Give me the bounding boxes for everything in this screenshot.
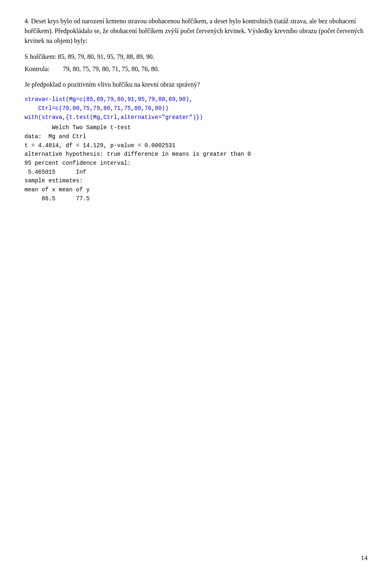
page-number: 14: [361, 554, 368, 562]
output-line9: 86.5 77.5: [24, 195, 90, 202]
results-with-mg: S hořčíkem: 85, 89, 79, 80, 91, 95, 79, …: [24, 52, 368, 62]
r-code-block: strava<-list(Mg=c(85,89,79,80,91,95,79,8…: [24, 95, 368, 122]
r-output-block: Welch Two Sample t-test data: Mg and Ctr…: [24, 123, 368, 203]
kontrola-label: Kontrola:: [24, 64, 61, 74]
output-line5: 95 percent confidence interval:: [24, 160, 131, 166]
output-line2: data: Mg and Ctrl: [24, 133, 86, 140]
code-line2: Ctrl=c(79,80,75,79,80,71,75,80,76,80)): [24, 105, 169, 112]
page-content: 4. Deset krys bylo od narození krmeno st…: [24, 16, 368, 203]
output-line7: sample estimates:: [24, 177, 83, 184]
output-line3: t = 4.4814, df = 14.129, p-value = 0.000…: [24, 142, 176, 149]
kontrola-values: 79, 80, 75, 79, 80, 71, 75, 80, 76, 80.: [63, 65, 159, 72]
output-line1: Welch Two Sample t-test: [24, 124, 131, 131]
question-text: Je předpoklad o pozitivním vlivu hořčíku…: [24, 80, 368, 90]
output-line8: mean of x mean of y: [24, 186, 90, 193]
output-line4: alternative hypothesis: true difference …: [24, 151, 251, 157]
code-line3: with(strava,{t.test(Mg,Ctrl,alternative=…: [24, 114, 203, 121]
code-line1: strava<-list(Mg=c(85,89,79,80,91,95,79,8…: [24, 96, 193, 103]
kontrola-line: Kontrola: 79, 80, 75, 79, 80, 71, 75, 80…: [24, 64, 368, 74]
intro-paragraph: 4. Deset krys bylo od narození krmeno st…: [24, 16, 368, 46]
output-line6: 5.465015 Inf: [24, 169, 86, 175]
